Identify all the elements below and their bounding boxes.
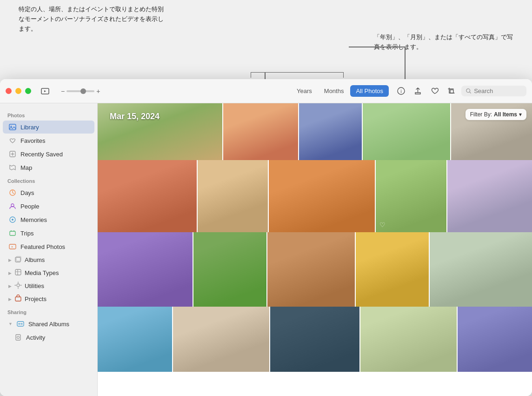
slider-thumb[interactable]	[80, 88, 86, 94]
sidebar-item-utilities[interactable]: ▶ Utilities	[3, 280, 94, 292]
close-button[interactable]	[6, 88, 12, 94]
albums-expand-icon: ▶	[8, 258, 12, 262]
sidebar-item-memories[interactable]: Memories	[3, 213, 94, 226]
zoom-minus-icon[interactable]: −	[61, 87, 65, 95]
svg-point-20	[17, 284, 20, 287]
sidebar-item-activity[interactable]: Activity	[3, 331, 94, 344]
shared-albums-icon	[16, 320, 25, 328]
albums-icon	[14, 255, 22, 264]
photo-cell[interactable]	[193, 232, 266, 307]
shared-albums-expand-icon: ▼	[8, 322, 13, 326]
sidebar-label-shared-albums: Shared Albums	[28, 321, 69, 328]
tooltip-left: 特定の人、場所、またはイベントで取りまとめた特別なモーメントのパーソナライズされ…	[19, 5, 167, 74]
photo-cell[interactable]	[223, 103, 298, 160]
sidebar-label-library: Library	[20, 124, 39, 131]
projects-icon	[14, 295, 22, 303]
photo-row-2: ♡	[98, 160, 532, 232]
info-icon[interactable]: i	[394, 85, 407, 98]
tab-years[interactable]: Years	[291, 85, 318, 97]
svg-rect-4	[450, 90, 453, 93]
filter-chevron-icon: ▾	[519, 111, 522, 118]
projects-expand-icon: ▶	[8, 297, 12, 302]
sidebar-item-media-types[interactable]: ▶ Media Types	[3, 267, 94, 279]
slideshow-icon[interactable]	[39, 85, 52, 98]
sidebar: Photos Library Favorites	[0, 103, 98, 396]
tab-months[interactable]: Months	[319, 85, 350, 97]
photo-row-4	[98, 307, 532, 372]
svg-marker-16	[12, 246, 13, 248]
favorites-icon	[8, 136, 17, 145]
heart-icon[interactable]	[428, 85, 441, 98]
sidebar-label-memories: Memories	[20, 216, 47, 223]
sidebar-item-projects[interactable]: ▶ Projects	[3, 293, 94, 305]
traffic-lights	[6, 88, 31, 94]
titlebar: − + Years Months All Photos i	[0, 79, 532, 103]
tooltip-area: 特定の人、場所、またはイベントで取りまとめた特別なモーメントのパーソナライズされ…	[0, 0, 532, 79]
search-box[interactable]	[461, 86, 526, 96]
photo-cell[interactable]	[447, 160, 532, 232]
svg-rect-25	[16, 335, 20, 340]
sidebar-label-days: Days	[20, 189, 34, 196]
zoom-plus-icon[interactable]: +	[96, 87, 100, 95]
utilities-icon	[14, 282, 22, 290]
sidebar-item-favorites[interactable]: Favorites	[3, 134, 94, 147]
slider-track[interactable]	[66, 90, 94, 92]
sidebar-item-featured-photos[interactable]: Featured Photos	[3, 240, 94, 253]
sidebar-item-albums[interactable]: ▶ Albums	[3, 254, 94, 266]
zoom-slider[interactable]: − +	[61, 87, 100, 95]
photo-cell[interactable]: ♡	[376, 160, 446, 232]
photo-cell[interactable]	[98, 232, 193, 307]
minimize-button[interactable]	[15, 88, 21, 94]
sidebar-item-map[interactable]: Map	[3, 161, 94, 174]
photo-cell[interactable]	[173, 307, 270, 372]
sidebar-item-recently-saved[interactable]: Recently Saved	[3, 148, 94, 161]
search-input[interactable]	[474, 87, 522, 94]
filter-value: All Items	[494, 111, 517, 118]
photo-cell[interactable]	[269, 160, 375, 232]
toolbar-controls	[39, 85, 52, 98]
crop-icon[interactable]	[445, 85, 458, 98]
view-tabs: Years Months All Photos	[291, 85, 389, 97]
sidebar-item-people[interactable]: People	[3, 200, 94, 213]
sidebar-label-trips: Trips	[20, 230, 33, 237]
sidebar-label-favorites: Favorites	[20, 137, 45, 144]
recently-saved-icon	[8, 150, 17, 158]
photo-cell[interactable]	[430, 232, 532, 307]
photo-cell[interactable]	[356, 232, 429, 307]
sidebar-label-projects: Projects	[25, 295, 47, 302]
sidebar-label-albums: Albums	[25, 256, 45, 263]
trips-icon	[8, 229, 17, 237]
activity-icon	[14, 333, 22, 342]
share-icon[interactable]	[411, 85, 424, 98]
date-label: Mar 15, 2024	[102, 107, 167, 124]
sidebar-item-shared-albums[interactable]: ▼ Shared Albums	[3, 317, 94, 330]
svg-point-13	[12, 219, 13, 221]
tab-all-photos[interactable]: All Photos	[350, 85, 389, 97]
media-types-expand-icon: ▶	[8, 271, 12, 275]
sidebar-label-media-types: Media Types	[25, 269, 59, 276]
photo-cell[interactable]	[458, 307, 532, 372]
sidebar-item-days[interactable]: Days	[3, 186, 94, 199]
main-window: − + Years Months All Photos i	[0, 79, 532, 396]
photo-cell[interactable]	[360, 307, 457, 372]
photo-cell[interactable]	[98, 160, 197, 232]
sidebar-label-map: Map	[20, 164, 32, 171]
photo-cell[interactable]	[270, 307, 359, 372]
sidebar-item-trips[interactable]: Trips	[3, 227, 94, 240]
filter-label: Filter By:	[470, 111, 492, 118]
filter-badge[interactable]: Filter By: All Items ▾	[466, 109, 526, 120]
tooltip-line-right	[405, 47, 406, 79]
tooltip-right: 「年別」、「月別」、または「すべての写真」で写真を表示します。	[374, 5, 513, 74]
sidebar-item-library[interactable]: Library	[3, 121, 94, 134]
svg-point-24	[21, 323, 22, 325]
photo-cell[interactable]	[198, 160, 268, 232]
photo-cell[interactable]	[299, 103, 361, 160]
svg-marker-1	[44, 90, 46, 92]
svg-rect-14	[10, 231, 15, 235]
photo-cell[interactable]	[267, 232, 355, 307]
photo-cell[interactable]	[98, 307, 172, 372]
maximize-button[interactable]	[25, 88, 31, 94]
photo-cell[interactable]	[363, 103, 450, 160]
section-sharing: Sharing	[0, 306, 97, 317]
sidebar-label-activity: Activity	[26, 334, 45, 341]
